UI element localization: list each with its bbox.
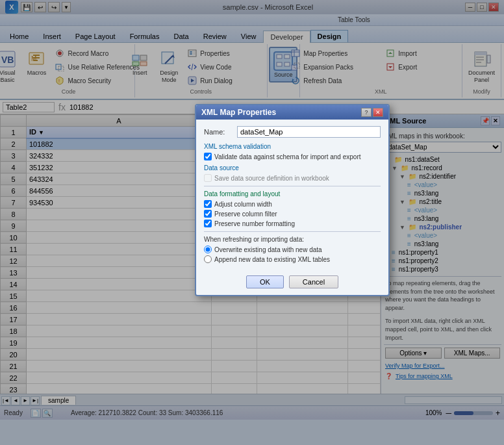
- dialog-body: Name: XML schema validation Validate dat…: [196, 120, 388, 272]
- datasource-checkbox-row: Save data source definition in workbook: [204, 174, 381, 182]
- radio2-label: Append new data to existing XML tables: [214, 256, 330, 263]
- schema-checkbox-row: Validate data against schema for import …: [204, 153, 381, 160]
- schema-checkbox[interactable]: [204, 153, 212, 160]
- name-label: Name:: [204, 128, 233, 136]
- preserve-number-checkbox[interactable]: [204, 220, 212, 227]
- radio1-row: Overwrite existing data with new data: [204, 246, 381, 253]
- adjust-checkbox-row: Adjust column width: [204, 200, 381, 208]
- xml-map-properties-dialog: XML Map Properties ? ✕ Name: XML schema …: [195, 104, 390, 296]
- modal-overlay: XML Map Properties ? ✕ Name: XML schema …: [0, 0, 504, 445]
- adjust-label: Adjust column width: [214, 201, 272, 208]
- dialog-close-btn[interactable]: ✕: [373, 108, 383, 117]
- datasource-checkbox: [204, 174, 212, 182]
- divider2: [204, 231, 381, 232]
- formatting-section-title: Data formatting and layout: [204, 190, 381, 197]
- dialog-title: XML Map Properties: [201, 108, 276, 117]
- dialog-title-btns: ? ✕: [361, 108, 383, 117]
- dialog-help-btn[interactable]: ?: [361, 108, 372, 117]
- preserve-filter-checkbox[interactable]: [204, 210, 212, 218]
- adjust-checkbox[interactable]: [204, 200, 212, 208]
- cancel-button[interactable]: Cancel: [289, 275, 338, 288]
- radio1-label: Overwrite existing data with new data: [214, 246, 322, 253]
- radio1-input[interactable]: [204, 246, 212, 253]
- schema-section-title: XML schema validation: [204, 143, 381, 150]
- ok-button[interactable]: OK: [246, 275, 284, 288]
- divider1: [204, 186, 381, 186]
- name-field: Name:: [204, 126, 381, 138]
- preserve-number-checkbox-row: Preserve number formatting: [204, 220, 381, 227]
- name-input[interactable]: [237, 126, 381, 138]
- preserve-number-label: Preserve number formatting: [214, 220, 295, 227]
- dialog-title-bar: XML Map Properties ? ✕: [196, 105, 388, 120]
- radio2-row: Append new data to existing XML tables: [204, 255, 381, 263]
- refresh-section-label: When refreshing or importing data:: [204, 236, 381, 243]
- schema-label: Validate data against schema for import …: [214, 153, 361, 160]
- datasource-section-title: Data source: [204, 164, 381, 172]
- datasource-label: Save data source definition in workbook: [214, 175, 329, 182]
- dialog-footer: OK Cancel: [196, 272, 388, 295]
- radio2-input[interactable]: [204, 255, 212, 263]
- preserve-filter-checkbox-row: Preserve column filter: [204, 210, 381, 218]
- preserve-filter-label: Preserve column filter: [214, 210, 277, 218]
